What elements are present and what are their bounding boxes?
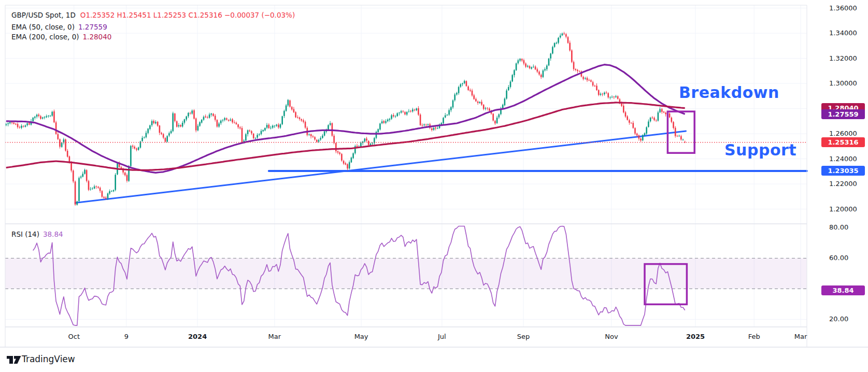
ema200-legend[interactable]: EMA (200, close, 0)1.28040	[11, 33, 111, 41]
price-axis-label: 1.36000	[829, 4, 857, 12]
ema50-label: EMA (50, close, 0)	[11, 23, 75, 31]
rsi-label: RSI (14)	[11, 230, 39, 238]
candle-wicks-down	[12, 32, 685, 206]
ema50-legend[interactable]: EMA (50, close, 0)1.27559	[11, 23, 107, 31]
chart-canvas[interactable]	[0, 0, 868, 372]
price-axis-label: 1.30000	[829, 79, 857, 87]
symbol-legend[interactable]: GBP/USD Spot, 1DO1.25352 H1.25451 L1.252…	[11, 11, 295, 19]
time-axis-label-feb: Feb	[732, 333, 776, 340]
price-badge-last-price: 1.25316	[821, 137, 865, 147]
price-axis-label: 1.32000	[829, 54, 857, 62]
rsi-badge: 38.84	[821, 285, 865, 295]
time-axis-label-jul: Jul	[420, 333, 464, 340]
time-axis-label-mar: Mar	[779, 333, 822, 340]
tradingview-logo-icon[interactable]	[7, 354, 21, 366]
time-axis-label-oct: Oct	[52, 333, 96, 340]
ohlc-values: O1.25352 H1.25451 L1.25253 C1.25316 −0.0…	[80, 11, 295, 19]
support-trendline[interactable]	[75, 131, 686, 203]
time-axis-label-may: May	[339, 333, 383, 340]
price-axis-label: 1.20000	[829, 205, 857, 213]
breakdown-annotation[interactable]: Breakdown	[679, 83, 779, 102]
rsi-axis-label: 80.00	[829, 223, 848, 231]
price-axis-label: 1.34000	[829, 29, 857, 37]
rsi-axis-label: 20.00	[829, 315, 848, 323]
rsi-legend[interactable]: RSI (14)38.84	[11, 230, 63, 238]
rsi-axis-label: 60.00	[829, 254, 848, 262]
price-badge-support-level: 1.23035	[821, 166, 865, 176]
tradingview-brand[interactable]: TradingView	[22, 354, 75, 364]
ema50-line[interactable]	[6, 65, 685, 173]
candle-bodies-up	[6, 34, 684, 205]
time-axis-label-sep: Sep	[502, 333, 545, 340]
rsi-value: 38.84	[43, 230, 63, 238]
time-axis-label-2024: 2024	[176, 333, 219, 340]
support-annotation[interactable]: Support	[724, 141, 796, 159]
ema200-value: 1.28040	[83, 33, 112, 41]
time-axis-label-mar: Mar	[253, 333, 296, 340]
ema200-label: EMA (200, close, 0)	[11, 33, 79, 41]
time-axis-label-9: 9	[105, 333, 148, 340]
price-axis-label: 1.26000	[829, 130, 857, 137]
ema200-line[interactable]	[6, 103, 685, 170]
candle-bodies-down	[11, 33, 686, 204]
tradingview-chart-window: GBP/USD Spot, 1DO1.25352 H1.25451 L1.252…	[0, 0, 868, 372]
ema50-value: 1.27559	[78, 23, 107, 31]
time-axis-label-2025: 2025	[674, 333, 717, 340]
time-axis-label-nov: Nov	[590, 333, 633, 340]
price-axis-label: 1.24000	[829, 155, 857, 163]
price-axis-label: 1.22000	[829, 180, 857, 188]
price-badge-ema50: 1.27559	[821, 109, 865, 119]
symbol-title: GBP/USD Spot, 1D	[11, 11, 76, 19]
